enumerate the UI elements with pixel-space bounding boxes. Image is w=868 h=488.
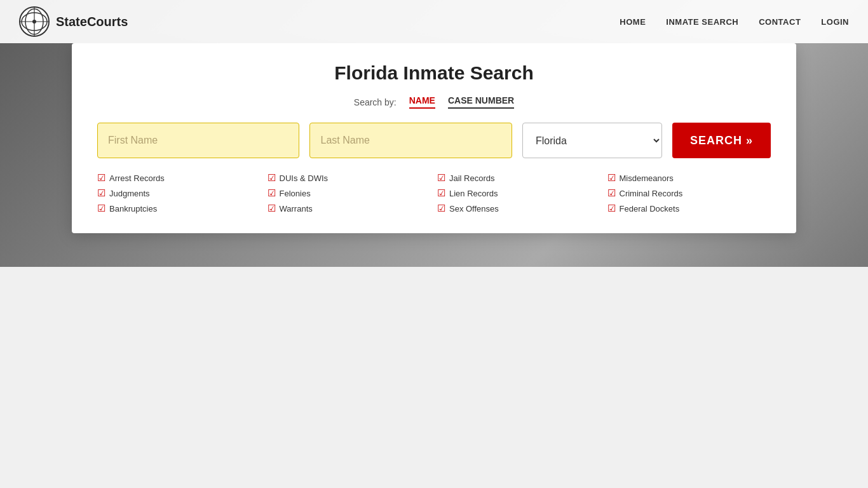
search-button[interactable]: SEARCH » bbox=[672, 123, 771, 158]
check-jail-records: ☑ Jail Records bbox=[437, 172, 601, 184]
check-felonies: ☑ Felonies bbox=[268, 187, 431, 199]
check-label: Criminal Records bbox=[620, 189, 683, 198]
header: StateCourts HOME INMATE SEARCH CONTACT L… bbox=[0, 0, 868, 43]
check-icon: ☑ bbox=[437, 187, 445, 199]
checks-grid: ☑ Arrest Records ☑ DUIs & DWIs ☑ Jail Re… bbox=[97, 172, 771, 214]
main-nav: HOME INMATE SEARCH CONTACT LOGIN bbox=[620, 16, 849, 27]
search-card-title: Florida Inmate Search bbox=[97, 62, 771, 84]
check-label: Sex Offenses bbox=[449, 204, 499, 214]
check-label: Arrest Records bbox=[109, 173, 165, 183]
logo-icon bbox=[19, 6, 50, 37]
nav-home[interactable]: HOME bbox=[620, 16, 646, 27]
search-by-label: Search by: bbox=[354, 97, 397, 107]
tab-name[interactable]: NAME bbox=[409, 95, 435, 109]
check-icon: ☑ bbox=[607, 203, 616, 214]
tab-case-number[interactable]: CASE NUMBER bbox=[448, 95, 514, 109]
first-name-input[interactable] bbox=[97, 123, 299, 158]
nav-contact[interactable]: CONTACT bbox=[759, 16, 801, 27]
check-icon: ☑ bbox=[97, 203, 105, 214]
check-icon: ☑ bbox=[607, 172, 616, 184]
check-icon: ☑ bbox=[268, 187, 276, 199]
check-icon: ☑ bbox=[268, 203, 276, 214]
check-icon: ☑ bbox=[437, 203, 445, 214]
check-sex-offenses: ☑ Sex Offenses bbox=[437, 203, 601, 214]
check-label: Lien Records bbox=[449, 189, 498, 198]
check-icon: ☑ bbox=[607, 187, 616, 199]
site-name: StateCourts bbox=[56, 15, 128, 29]
check-label: Federal Dockets bbox=[620, 204, 680, 214]
check-federal-dockets: ☑ Federal Dockets bbox=[607, 203, 771, 214]
check-label: Jail Records bbox=[449, 173, 495, 183]
check-warrants: ☑ Warrants bbox=[268, 203, 431, 214]
check-icon: ☑ bbox=[97, 187, 105, 199]
check-icon: ☑ bbox=[437, 172, 445, 184]
check-icon: ☑ bbox=[97, 172, 105, 184]
check-label: Misdemeanors bbox=[620, 173, 674, 183]
nav-links: HOME INMATE SEARCH CONTACT LOGIN bbox=[620, 16, 849, 27]
last-name-input[interactable] bbox=[309, 123, 512, 158]
check-label: Warrants bbox=[280, 204, 313, 214]
state-select[interactable]: Florida Alabama Alaska Arizona Arkansas … bbox=[522, 123, 662, 158]
check-icon: ☑ bbox=[268, 172, 276, 184]
nav-inmate-search[interactable]: INMATE SEARCH bbox=[666, 16, 738, 27]
check-misdemeanors: ☑ Misdemeanors bbox=[607, 172, 771, 184]
check-bankruptcies: ☑ Bankruptcies bbox=[97, 203, 261, 214]
logo-area[interactable]: StateCourts bbox=[19, 6, 128, 37]
check-label: DUIs & DWIs bbox=[280, 173, 329, 183]
check-label: Bankruptcies bbox=[109, 204, 157, 214]
check-label: Felonies bbox=[280, 189, 311, 198]
nav-login[interactable]: LOGIN bbox=[821, 16, 849, 27]
check-arrest-records: ☑ Arrest Records bbox=[97, 172, 261, 184]
check-duis-dwis: ☑ DUIs & DWIs bbox=[268, 172, 431, 184]
search-by-row: Search by: NAME CASE NUMBER bbox=[97, 95, 771, 109]
check-label: Judgments bbox=[109, 189, 150, 198]
search-card: Florida Inmate Search Search by: NAME CA… bbox=[72, 43, 796, 233]
check-lien-records: ☑ Lien Records bbox=[437, 187, 601, 199]
search-inputs-row: Florida Alabama Alaska Arizona Arkansas … bbox=[97, 123, 771, 158]
check-judgments: ☑ Judgments bbox=[97, 187, 261, 199]
check-criminal-records: ☑ Criminal Records bbox=[607, 187, 771, 199]
